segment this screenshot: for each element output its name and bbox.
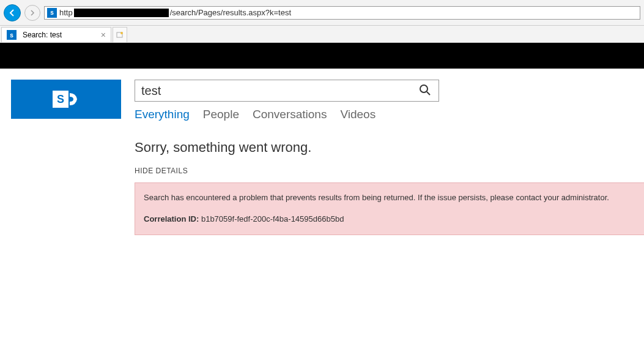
sharepoint-favicon-icon: s bbox=[7, 30, 17, 40]
page-content: S Everything People Conversations Videos… bbox=[0, 69, 644, 235]
scope-videos[interactable]: Videos bbox=[340, 108, 376, 121]
svg-point-1 bbox=[120, 32, 123, 34]
new-tab-icon bbox=[116, 31, 124, 39]
url-prefix: http bbox=[59, 8, 73, 17]
svg-text:S: S bbox=[57, 93, 64, 105]
svg-line-5 bbox=[427, 92, 430, 95]
browser-toolbar: s http /search/Pages/results.aspx?k=test bbox=[0, 0, 644, 26]
scope-conversations[interactable]: Conversations bbox=[253, 108, 327, 121]
suite-bar bbox=[0, 43, 644, 69]
search-box bbox=[135, 80, 439, 102]
error-message: Search has encountered a problem that pr… bbox=[144, 192, 637, 205]
scope-people[interactable]: People bbox=[203, 108, 239, 121]
error-details-box: Search has encountered a problem that pr… bbox=[135, 182, 644, 235]
back-button[interactable] bbox=[4, 4, 21, 21]
search-button[interactable] bbox=[416, 81, 434, 100]
correlation-label: Correlation ID: bbox=[144, 214, 199, 223]
url-redacted bbox=[74, 9, 169, 17]
correlation-line: Correlation ID: b1b7059f-fedf-200c-f4ba-… bbox=[144, 213, 637, 226]
search-scopes: Everything People Conversations Videos bbox=[135, 108, 644, 121]
hide-details-toggle[interactable]: HIDE DETAILS bbox=[135, 167, 644, 175]
sharepoint-logo-icon: S bbox=[51, 86, 81, 113]
scope-everything[interactable]: Everything bbox=[135, 108, 190, 121]
browser-tab[interactable]: s Search: test × bbox=[1, 27, 111, 42]
sharepoint-logo[interactable]: S bbox=[11, 80, 121, 119]
url-suffix: /search/Pages/results.aspx?k=test bbox=[170, 8, 291, 17]
correlation-id: b1b7059f-fedf-200c-f4ba-14595d66b5bd bbox=[201, 214, 344, 223]
search-input[interactable] bbox=[141, 84, 416, 98]
tab-bar: s Search: test × bbox=[0, 26, 644, 43]
svg-point-4 bbox=[420, 85, 427, 92]
address-bar[interactable]: s http /search/Pages/results.aspx?k=test bbox=[44, 6, 640, 20]
new-tab-button[interactable] bbox=[113, 27, 127, 42]
search-icon bbox=[419, 84, 431, 96]
forward-button[interactable] bbox=[24, 5, 40, 21]
sharepoint-favicon-icon: s bbox=[47, 8, 57, 18]
main-column: Everything People Conversations Videos S… bbox=[135, 80, 644, 235]
close-tab-icon[interactable]: × bbox=[101, 30, 106, 40]
tab-title: Search: test bbox=[23, 31, 62, 39]
error-heading: Sorry, something went wrong. bbox=[135, 140, 644, 156]
